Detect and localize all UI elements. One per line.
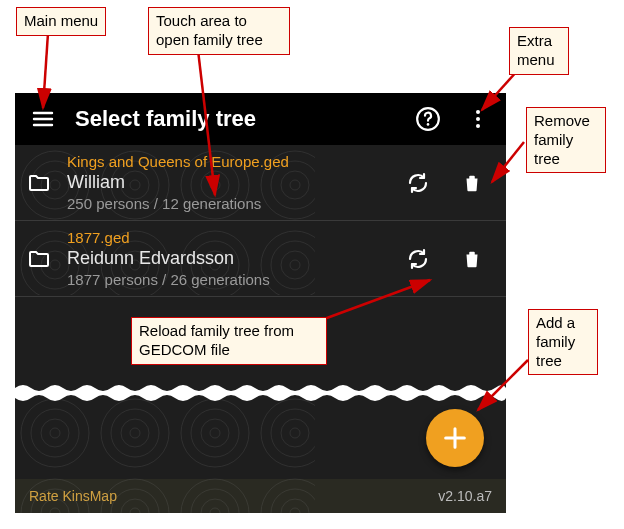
callout-extra-menu: Extramenu (509, 27, 569, 75)
reload-button[interactable] (400, 165, 436, 201)
add-tree-fab[interactable] (426, 409, 484, 467)
svg-point-4 (476, 124, 480, 128)
reload-icon (406, 247, 430, 271)
tree-item-text: 1877.ged Reidunn Edvardsson 1877 persons… (67, 229, 386, 288)
version-label: v2.10.a7 (438, 488, 492, 504)
delete-button[interactable] (454, 241, 490, 277)
main-menu-button[interactable] (25, 101, 61, 137)
app-bar: Select family tree (15, 93, 506, 145)
more-vert-icon (466, 107, 490, 131)
tree-person-name: William (67, 172, 386, 193)
reload-button[interactable] (400, 241, 436, 277)
rate-link[interactable]: Rate KinsMap (29, 488, 117, 504)
callout-main-menu: Main menu (16, 7, 106, 36)
trash-icon (461, 248, 483, 270)
tree-item-actions (400, 165, 496, 201)
svg-point-1 (427, 123, 430, 126)
overflow-menu-button[interactable] (460, 101, 496, 137)
help-icon (415, 106, 441, 132)
svg-point-2 (476, 110, 480, 114)
svg-point-3 (476, 117, 480, 121)
tree-item[interactable]: 1877.ged Reidunn Edvardsson 1877 persons… (15, 221, 506, 297)
callout-touch-open: Touch area toopen family tree (148, 7, 290, 55)
plus-icon (441, 424, 469, 452)
tree-file-name: Kings and Queens of Europe.ged (67, 153, 386, 170)
reload-icon (406, 171, 430, 195)
delete-button[interactable] (454, 165, 490, 201)
tree-person-name: Reidunn Edvardsson (67, 248, 386, 269)
tree-item-text: Kings and Queens of Europe.ged William 2… (67, 153, 386, 212)
callout-add: Add afamilytree (528, 309, 598, 375)
torn-edge (15, 392, 506, 404)
folder-icon (25, 247, 53, 271)
tree-item[interactable]: Kings and Queens of Europe.ged William 2… (15, 145, 506, 221)
folder-icon (25, 171, 53, 195)
app-title: Select family tree (75, 106, 396, 132)
tree-file-name: 1877.ged (67, 229, 386, 246)
bottom-area (15, 393, 506, 479)
tree-stats: 1877 persons / 26 generations (67, 271, 386, 288)
trash-icon (461, 172, 483, 194)
hamburger-icon (31, 107, 55, 131)
callout-remove: Removefamilytree (526, 107, 606, 173)
help-button[interactable] (410, 101, 446, 137)
app-screen: Select family tree (15, 93, 506, 513)
tree-item-actions (400, 241, 496, 277)
tree-stats: 250 persons / 12 generations (67, 195, 386, 212)
footer-bar: Rate KinsMap v2.10.a7 (15, 479, 506, 513)
callout-reload: Reload family tree fromGEDCOM file (131, 317, 327, 365)
